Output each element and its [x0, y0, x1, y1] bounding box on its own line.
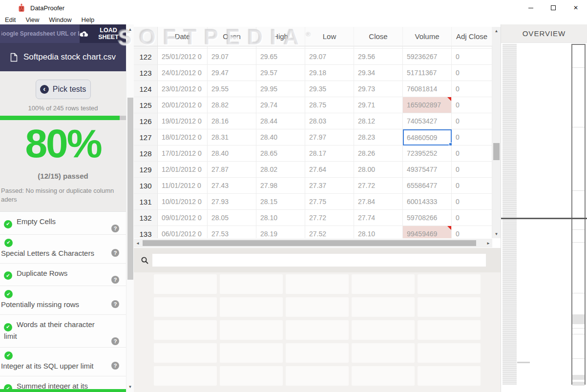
- table-cell[interactable]: 28.40: [208, 145, 256, 162]
- test-item[interactable]: ✔Potentially missing rows?: [0, 286, 126, 315]
- table-cell[interactable]: 12/01/2012 0: [158, 162, 208, 178]
- row-number[interactable]: 127: [134, 129, 158, 145]
- table-cell[interactable]: 72395252: [403, 145, 452, 162]
- test-item[interactable]: ✔Duplicate Rows?: [0, 264, 126, 287]
- table-cell[interactable]: 28.03: [305, 113, 354, 129]
- table-cell[interactable]: 0: [452, 49, 492, 65]
- table-cell[interactable]: 27.72: [305, 210, 354, 226]
- row-number[interactable]: 130: [134, 178, 158, 194]
- table-cell[interactable]: 59708266: [403, 210, 452, 226]
- table-cell[interactable]: 28.05: [208, 210, 256, 226]
- table-cell[interactable]: 49375477: [403, 162, 452, 178]
- table-cell[interactable]: 29.34: [354, 65, 403, 81]
- table-cell[interactable]: 28.10: [354, 226, 403, 238]
- scroll-down-icon[interactable]: ▼: [492, 232, 501, 236]
- column-header-open[interactable]: Open: [208, 27, 256, 46]
- minimap-scroll-column[interactable]: [571, 44, 586, 385]
- table-cell[interactable]: 0: [452, 129, 492, 145]
- table-cell[interactable]: 29.47: [208, 65, 256, 81]
- table-cell[interactable]: 28.26: [354, 145, 403, 162]
- table-cell[interactable]: 23/01/2012 0: [158, 81, 208, 97]
- test-item[interactable]: ✔Empty Cells?: [0, 212, 126, 235]
- table-cell[interactable]: 06/01/2012 0: [158, 226, 208, 238]
- table-cell[interactable]: 65586477: [403, 178, 452, 194]
- pick-tests-button[interactable]: ‹ Pick tests: [36, 80, 91, 99]
- table-vertical-scrollbar-thumb[interactable]: [493, 143, 500, 160]
- table-cell[interactable]: 28.40: [256, 129, 305, 145]
- table-cell[interactable]: 165902897: [403, 97, 452, 113]
- search-input[interactable]: [152, 254, 486, 267]
- row-number[interactable]: 133: [134, 226, 158, 238]
- table-cell[interactable]: 24/01/2012 0: [158, 65, 208, 81]
- table-cell[interactable]: 28.12: [354, 113, 403, 129]
- menu-item-window[interactable]: Window: [48, 16, 76, 24]
- row-number[interactable]: 124: [134, 81, 158, 97]
- table-cell[interactable]: 28.17: [305, 145, 354, 162]
- horizontal-scrollbar[interactable]: ◄ ►: [134, 239, 492, 248]
- table-cell[interactable]: 28.31: [208, 129, 256, 145]
- table-cell[interactable]: 27.52: [305, 226, 354, 238]
- table-cell[interactable]: 27.74: [354, 210, 403, 226]
- table-cell[interactable]: 20/01/2012 0: [158, 97, 208, 113]
- table-cell[interactable]: 27.53: [208, 226, 256, 238]
- table-cell[interactable]: 29.73: [354, 81, 403, 97]
- table-vertical-scrollbar[interactable]: ▲ ▼: [492, 27, 501, 238]
- menu-item-help[interactable]: Help: [81, 16, 100, 24]
- sidebar-scrollbar-thumb[interactable]: [127, 98, 133, 280]
- test-item[interactable]: ✔Summed integer at its upper limit?: [0, 376, 126, 390]
- table-cell[interactable]: 28.19: [256, 226, 305, 238]
- table-cell[interactable]: 28.10: [256, 210, 305, 226]
- table-cell[interactable]: 27.75: [305, 194, 354, 210]
- column-header-adj-close[interactable]: Adj Close: [452, 27, 492, 46]
- sidebar-scrollbar[interactable]: ▲ ▼: [126, 24, 134, 392]
- scroll-down-icon[interactable]: ▼: [126, 385, 134, 389]
- help-icon[interactable]: ?: [111, 249, 119, 257]
- scroll-left-icon[interactable]: ◄: [134, 239, 142, 248]
- table-cell[interactable]: 28.65: [256, 145, 305, 162]
- table-cell[interactable]: 0: [452, 226, 492, 238]
- help-icon[interactable]: ?: [111, 362, 119, 370]
- table-cell[interactable]: 10/01/2012 0: [158, 194, 208, 210]
- scroll-right-icon[interactable]: ►: [484, 239, 492, 248]
- scroll-up-icon[interactable]: ▲: [126, 27, 134, 32]
- table-cell[interactable]: 27.87: [208, 162, 256, 178]
- test-item[interactable]: ✔Special Letters & Characters?: [0, 235, 126, 264]
- spreadsheet-url-input[interactable]: [0, 24, 80, 43]
- row-number[interactable]: 123: [134, 65, 158, 81]
- table-cell[interactable]: 11/01/2012 0: [158, 178, 208, 194]
- table-cell[interactable]: 60014333: [403, 194, 452, 210]
- table-cell[interactable]: 19/01/2012 0: [158, 113, 208, 129]
- table-cell[interactable]: 29.56: [354, 49, 403, 65]
- minimize-button[interactable]: [520, 0, 542, 16]
- table-cell[interactable]: 29.95: [256, 81, 305, 97]
- table-cell[interactable]: 0: [452, 65, 492, 81]
- minimap-data-column[interactable]: [503, 44, 517, 385]
- table-cell[interactable]: 0: [452, 113, 492, 129]
- table-cell[interactable]: 27.43: [208, 178, 256, 194]
- table-cell[interactable]: 28.02: [256, 162, 305, 178]
- help-icon[interactable]: ?: [111, 276, 119, 284]
- table-cell[interactable]: 27.37: [305, 178, 354, 194]
- table-cell[interactable]: 29.07: [208, 49, 256, 65]
- table-cell[interactable]: 29.18: [305, 65, 354, 81]
- table-cell[interactable]: 0: [452, 97, 492, 113]
- table-cell[interactable]: 27.64: [305, 162, 354, 178]
- table-cell[interactable]: 0: [452, 194, 492, 210]
- menu-item-edit[interactable]: Edit: [4, 16, 21, 24]
- minimap-viewport-indicator[interactable]: [501, 218, 587, 219]
- row-number[interactable]: 132: [134, 210, 158, 226]
- table-cell[interactable]: 74053427: [403, 113, 452, 129]
- maximize-button[interactable]: [542, 0, 565, 16]
- column-header-date[interactable]: Date: [158, 27, 208, 46]
- load-sheet-button[interactable]: LOAD SHEET: [80, 24, 126, 43]
- test-item[interactable]: ✔Words at their character limit?: [0, 315, 126, 348]
- table-cell[interactable]: 29.74: [256, 97, 305, 113]
- column-header-low[interactable]: Low: [305, 27, 354, 46]
- table-cell[interactable]: 29.65: [256, 49, 305, 65]
- table-cell[interactable]: 64860509: [403, 129, 452, 145]
- table-cell[interactable]: 0: [452, 145, 492, 162]
- table-cell[interactable]: 17/01/2012 0: [158, 145, 208, 162]
- table-cell[interactable]: 0: [452, 210, 492, 226]
- table-cell[interactable]: 29.57: [256, 65, 305, 81]
- row-number[interactable]: 126: [134, 113, 158, 129]
